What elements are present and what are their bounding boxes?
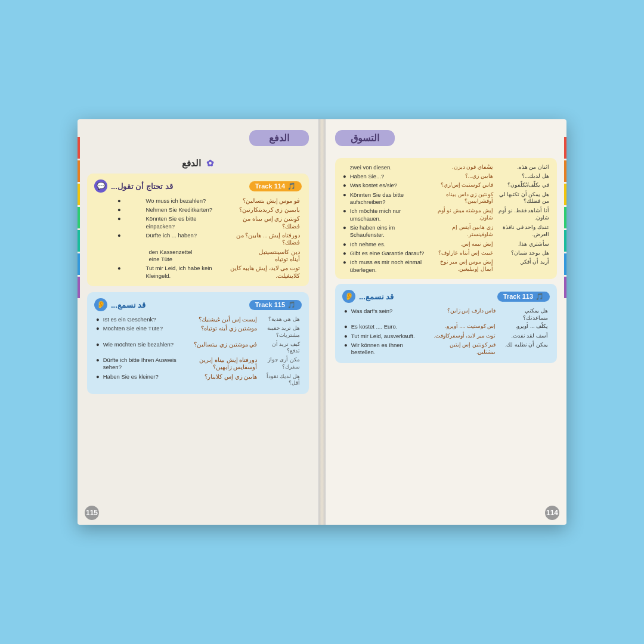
- table-row: ● Ich muss es mir noch einmal überlegen.…: [341, 258, 551, 275]
- tab-1: [78, 137, 80, 159]
- table-row: zwei von diesen. تِسْفاي فون ديزن. اثنان…: [341, 163, 551, 172]
- track-113-title: قد نسمع... 👂: [342, 290, 394, 303]
- book-spine: [318, 119, 326, 525]
- table-row: ● Wo muss ich bezahlen? فو موس إيش بتسال…: [94, 196, 302, 205]
- tab-r1: [564, 137, 566, 159]
- right-tabs: [564, 137, 566, 298]
- tab-7: [78, 277, 80, 298]
- table-row: ● Sie haben eins im Schaufenster. زي هاب…: [341, 223, 551, 240]
- tab-r3: [564, 184, 566, 205]
- tab-5: [78, 230, 80, 252]
- table-row: ● Gibt es eine Garantie darauf? غيبت إس …: [341, 249, 551, 258]
- table-row: ● Was kostet es/sie? فاس كوستيت إس/زي؟ ف…: [341, 181, 551, 190]
- table-row: ● Wir können es Ihnen bestellen. قير كوِ…: [342, 341, 550, 358]
- table-row: ● Könnten Sie es bitte einpacken? كوِنتي…: [94, 215, 302, 231]
- tab-r7: [564, 277, 566, 298]
- track-115-box: 🎵 Track 115 قد نسمع... 👂 ● Ist es ein Ge…: [87, 292, 309, 394]
- right-page-number: 114: [545, 506, 559, 520]
- right-page-header: التسوق: [335, 130, 395, 146]
- ear-icon: 👂: [94, 298, 107, 311]
- table-row: ● Es kostet .... Euro. إس كوستيت .... أو…: [342, 323, 550, 332]
- track-115-content: ● Ist es ein Geschenk? إيست إس أين غيشني…: [94, 315, 302, 388]
- table-row: ● Was darf's sein? فاس دارف إس زاين؟ هل …: [342, 306, 550, 322]
- tab-r5: [564, 230, 566, 252]
- table-row: ● Tut mir Leid, ich habe kein Kleingeld.…: [94, 264, 302, 281]
- speech-bubble-icon: 💬: [94, 179, 107, 193]
- table-row: ● Haben Sie es kleiner? هابين زي إس كلاي…: [94, 372, 302, 388]
- track-113-box: 🎵 Track 113 قد نسمع... 👂 ● Was darf's se…: [335, 284, 557, 363]
- right-yellow-box: zwei von diesen. تِسْفاي فون ديزن. اثنان…: [335, 158, 557, 279]
- table-row: ● Könnten Sie das bitte aufschreiben? كو…: [341, 190, 551, 207]
- track-113-content: ● Was darf's sein? فاس دارف إس زاين؟ هل …: [342, 306, 550, 357]
- track-113-header: 🎵 Track 113 قد نسمع... 👂: [342, 290, 550, 303]
- table-row: ● Tut mir Leid, ausverkauft. توت مير لاي…: [342, 332, 550, 340]
- tab-r4: [564, 207, 566, 228]
- table-row: ● Haben Sie...? هابين زي...؟ هل لديك...؟: [341, 172, 551, 181]
- table-row: ● Nehmen Sie Kreditkarten? يابمين زي كري…: [94, 205, 302, 214]
- track-114-title: قد تحتاج أن تقول... 💬: [94, 179, 173, 193]
- title-icon: ✿: [206, 158, 214, 168]
- tab-r6: [564, 253, 566, 275]
- track-114-label: 🎵 Track 114: [249, 181, 302, 191]
- table-row: ● Dürfte ich bitte Ihren Ausweis sehen? …: [94, 356, 302, 373]
- left-page-number: 115: [85, 506, 99, 520]
- right-page: التسوق والخدمات التسوق zwei von diesen. …: [326, 119, 566, 525]
- table-row: den Kassenzetteleine Tüte دين كاسينتسيتي…: [94, 247, 302, 264]
- tab-3: [78, 184, 80, 205]
- left-page-header: الدفع: [249, 130, 309, 146]
- tab-6: [78, 253, 80, 275]
- table-row: ● Dürfte ich ... haben? دورفتاه إيش ... …: [94, 231, 302, 247]
- ear-icon-2: 👂: [342, 290, 355, 303]
- track-114-header: 🎵 Track 114 قد تحتاج أن تقول... 💬: [94, 179, 302, 193]
- book: التسوق والخدمات الدفع ✿ الدفع 🎵 Track 11…: [78, 119, 566, 525]
- right-header-row: التسوق: [335, 130, 557, 152]
- track-113-label: 🎵 Track 113: [497, 292, 550, 302]
- track-114-box: 🎵 Track 114 قد تحتاج أن تقول... 💬 ● Wo m…: [87, 174, 309, 286]
- left-tabs: [78, 137, 80, 298]
- table-row: ● Möchten Sie eine Tüte? موشتين زي أينه …: [94, 324, 302, 340]
- track-114-content: ● Wo muss ich bezahlen? فو موس إيش بتسال…: [94, 196, 302, 280]
- track-115-title: قد نسمع... 👂: [94, 298, 145, 311]
- table-row: ● Wie möchten Sie bezahlen? في موشتين زي…: [94, 340, 302, 355]
- table-row: ● Ich nehme es. إيش نيمه إس. سأشتري هذا.: [341, 240, 551, 249]
- right-yellow-content: zwei von diesen. تِسْفاي فون ديزن. اثنان…: [341, 163, 551, 274]
- track-115-label: 🎵 Track 115: [249, 300, 302, 310]
- tab-4: [78, 207, 80, 228]
- tab-2: [78, 160, 80, 182]
- tab-r2: [564, 160, 566, 182]
- left-header-row: الدفع: [87, 130, 309, 152]
- table-row: ● Ist es ein Geschenk? إيست إس أين غيشني…: [94, 315, 302, 324]
- left-page-title: ✿ الدفع: [87, 158, 309, 169]
- table-row: ● Ich möchte mich nur umschauen. إيش موش…: [341, 207, 551, 224]
- track-115-header: 🎵 Track 115 قد نسمع... 👂: [94, 298, 302, 311]
- left-page: التسوق والخدمات الدفع ✿ الدفع 🎵 Track 11…: [78, 119, 318, 525]
